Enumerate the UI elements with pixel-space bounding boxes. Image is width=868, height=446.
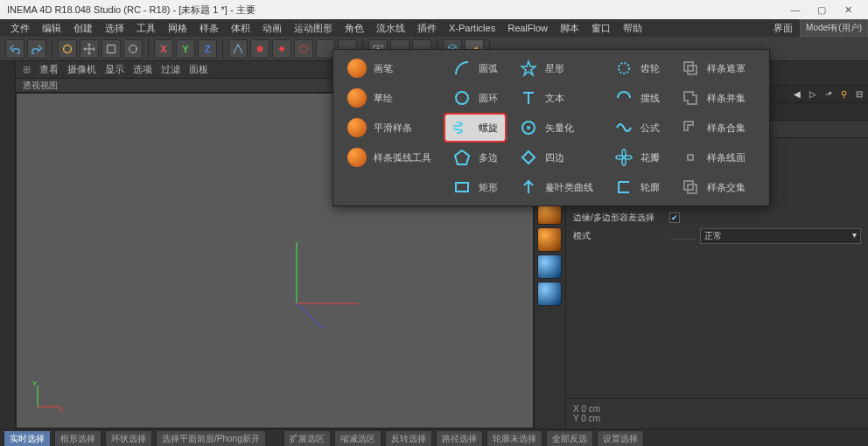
vp-menu-camera[interactable]: 摄像机 xyxy=(67,63,96,76)
cissoid-item[interactable]: 蔓叶类曲线 xyxy=(512,174,600,200)
scale-tool[interactable] xyxy=(102,39,121,59)
svg-point-22 xyxy=(619,63,629,73)
menu-window[interactable]: 窗口 xyxy=(586,20,616,37)
btool-ring[interactable]: 环状选择 xyxy=(105,430,152,447)
rotate-tool[interactable] xyxy=(123,39,143,59)
material-swatch[interactable] xyxy=(537,282,562,306)
menu-mesh[interactable]: 网格 xyxy=(163,20,192,37)
material-swatch[interactable] xyxy=(537,254,562,279)
mode-dropdown[interactable]: 正常▾ xyxy=(700,228,861,244)
btool-invert[interactable]: 反转选择 xyxy=(385,430,432,447)
sketch-icon xyxy=(347,88,367,108)
menu-plugins[interactable]: 插件 xyxy=(412,20,442,37)
layout-preset[interactable]: Model有(用户) xyxy=(800,19,868,37)
btool-outline[interactable]: 轮廓未选择 xyxy=(486,430,542,447)
cycloid-item[interactable]: 摆线 xyxy=(607,85,667,111)
edgepoly-checkbox[interactable]: ✔ xyxy=(669,213,680,223)
btool-all[interactable]: 全部反选 xyxy=(546,430,593,447)
spline-arc-tool-item[interactable]: 样条弧线工具 xyxy=(340,144,438,171)
axis-y-toggle[interactable]: Y xyxy=(176,39,195,59)
btool-liveselect[interactable]: 实时选择 xyxy=(4,430,51,447)
am-menu-icon[interactable]: ⊟ xyxy=(856,89,863,99)
svg-point-3 xyxy=(257,45,263,52)
menu-xparticles[interactable]: X-Particles xyxy=(444,21,500,35)
menu-mograph[interactable]: 运动图形 xyxy=(289,20,338,37)
spline-union-item[interactable]: 样条并集 xyxy=(674,85,752,111)
spline-xor-item[interactable]: 样条交集 xyxy=(674,174,752,200)
axis-z-toggle[interactable]: Z xyxy=(198,39,217,59)
svg-marker-18 xyxy=(522,61,536,75)
edgepoly-label: 边缘/多边形容差选择 xyxy=(573,212,669,224)
formula-item[interactable]: 公式 xyxy=(607,115,667,141)
material-swatch[interactable] xyxy=(537,227,562,252)
helix-item[interactable]: 螺旋 xyxy=(445,115,505,141)
menu-select[interactable]: 选择 xyxy=(100,20,130,37)
menu-volume[interactable]: 体积 xyxy=(226,20,256,37)
star-item[interactable]: 星形 xyxy=(512,55,600,81)
maximize-button[interactable]: ▢ xyxy=(808,4,835,16)
flower-item[interactable]: 花瓣 xyxy=(607,144,667,171)
menu-help[interactable]: 帮助 xyxy=(618,20,648,37)
4side-item[interactable]: 四边 xyxy=(512,144,600,171)
menu-spline[interactable]: 样条 xyxy=(194,20,224,37)
btool-grow[interactable]: 扩展选区 xyxy=(284,430,331,447)
axis-x-toggle[interactable]: X xyxy=(154,39,173,59)
btool-rect[interactable]: 框形选择 xyxy=(54,430,102,447)
vp-menu-display[interactable]: 显示 xyxy=(105,63,124,76)
menu-anim[interactable]: 动画 xyxy=(257,20,287,37)
btool-set[interactable]: 设置选择 xyxy=(597,430,644,447)
record-button[interactable] xyxy=(250,39,270,59)
smooth-icon xyxy=(347,118,367,137)
btool-path[interactable]: 路径选择 xyxy=(436,430,483,447)
text-item[interactable]: 文本 xyxy=(512,85,600,111)
vectorize-item[interactable]: 矢量化 xyxy=(512,115,600,141)
vp-menu-filter[interactable]: 过滤 xyxy=(161,63,180,76)
am-nav-up-icon[interactable]: ⬏ xyxy=(825,89,832,99)
spline-mask-icon xyxy=(681,59,700,78)
btool-phong[interactable]: 选择平面前后/Phong新开 xyxy=(156,430,266,447)
vp-menu-options[interactable]: 选项 xyxy=(133,63,152,76)
am-nav-back-icon[interactable]: ◀ xyxy=(794,89,801,99)
rect-item[interactable]: 矩形 xyxy=(445,174,505,200)
menu-pipeline[interactable]: 流水线 xyxy=(371,20,410,37)
svg-point-5 xyxy=(300,45,308,52)
app-title: INEMA 4D R18.048 Studio (RC - R18) - [未标… xyxy=(7,3,256,17)
arc-item[interactable]: 圆弧 xyxy=(445,55,505,81)
vp-menu-panel[interactable]: 面板 xyxy=(189,63,208,76)
nside-item[interactable]: 多边 xyxy=(445,144,505,171)
redo-button[interactable] xyxy=(27,39,46,59)
circle-item[interactable]: 圆环 xyxy=(445,85,505,111)
svg-point-20 xyxy=(527,126,530,129)
spline-sketch-item[interactable]: 草绘 xyxy=(340,85,438,111)
autokey-button[interactable] xyxy=(294,39,313,59)
coord-button[interactable] xyxy=(228,39,248,59)
minimize-button[interactable]: — xyxy=(782,4,808,15)
spline-sub-item[interactable]: 样条合集 xyxy=(674,115,752,141)
menu-tools[interactable]: 工具 xyxy=(131,20,161,37)
mini-axis-icon: X Y xyxy=(31,379,66,414)
keyframe-button[interactable] xyxy=(272,39,291,59)
menu-script[interactable]: 脚本 xyxy=(555,20,584,37)
spline-int-item[interactable]: 样条线面 xyxy=(674,144,752,171)
move-tool[interactable] xyxy=(80,39,99,59)
spline-mask-item[interactable]: 样条遮罩 xyxy=(674,55,752,81)
btool-shrink[interactable]: 缩减选区 xyxy=(334,430,382,447)
am-nav-fwd-icon[interactable]: ▷ xyxy=(809,89,816,99)
menu-edit[interactable]: 编辑 xyxy=(37,20,66,37)
close-button[interactable]: ✕ xyxy=(835,4,861,16)
undo-button[interactable] xyxy=(5,39,24,59)
svg-rect-1 xyxy=(108,45,116,52)
cogwheel-item[interactable]: 齿轮 xyxy=(607,55,667,81)
spline-xor-icon xyxy=(681,178,700,197)
spline-smooth-item[interactable]: 平滑样条 xyxy=(340,115,438,141)
vp-menu-view[interactable]: 查看 xyxy=(39,63,59,76)
select-tool[interactable] xyxy=(58,39,77,59)
profile-item[interactable]: 轮廓 xyxy=(607,174,667,200)
am-search-icon[interactable]: ⚲ xyxy=(841,89,847,99)
menu-realflow[interactable]: RealFlow xyxy=(502,21,553,35)
menu-create[interactable]: 创建 xyxy=(68,20,98,37)
flower-icon xyxy=(614,148,634,167)
menu-char[interactable]: 角色 xyxy=(340,20,369,37)
menu-file[interactable]: 文件 xyxy=(5,20,35,37)
spline-pen-item[interactable]: 画笔 xyxy=(340,55,438,81)
